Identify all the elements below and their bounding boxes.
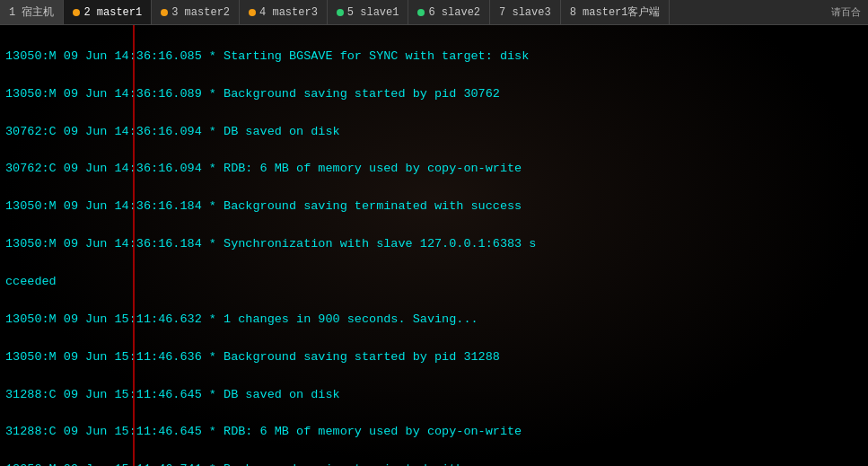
tab-host-label: 1 宿主机 [9, 4, 54, 20]
tab-slave1-dot [337, 9, 344, 16]
tab-master2-label: 3 master2 [171, 6, 230, 19]
tab-slave3[interactable]: 7 slave3 [490, 0, 561, 24]
log-line: 13050:M 09 Jun 14:36:16.089 * Background… [5, 85, 863, 104]
log-line: 30762:C 09 Jun 14:36:16.094 * DB saved o… [5, 123, 863, 142]
log-line: 13050:M 09 Jun 15:11:46.632 * 1 changes … [5, 311, 863, 330]
tab-host[interactable]: 1 宿主机 [0, 0, 64, 24]
tab-master2[interactable]: 3 master2 [152, 0, 240, 24]
log-line: 13050:M 09 Jun 15:11:46.741 * Background… [5, 461, 863, 466]
window: 1 宿主机 2 master1 3 master2 4 master3 5 sl… [0, 0, 868, 466]
tab-master1-label: 2 master1 [83, 6, 142, 19]
tab-master3[interactable]: 4 master3 [240, 0, 328, 24]
log-line: 31288:C 09 Jun 15:11:46.645 * DB saved o… [5, 386, 863, 405]
log-line: 13050:M 09 Jun 14:36:16.184 * Synchroniz… [5, 235, 863, 254]
tab-master3-label: 4 master3 [259, 6, 318, 19]
tab-slave3-label: 7 slave3 [499, 6, 551, 19]
terminal-content: 13050:M 09 Jun 14:36:16.085 * Starting B… [0, 25, 868, 466]
tab-slave1[interactable]: 5 slave1 [328, 0, 409, 24]
tab-actions-label: 请百合 [831, 5, 861, 19]
tab-slave2-dot [417, 9, 425, 16]
log-line: 13050:M 09 Jun 14:36:16.085 * Starting B… [5, 48, 863, 66]
tab-master2-dot [161, 9, 168, 16]
log-line: 13050:M 09 Jun 15:11:46.636 * Background… [5, 348, 863, 367]
tab-master1-client[interactable]: 8 master1客户端 [561, 0, 671, 24]
tab-slave1-label: 5 slave1 [347, 6, 399, 19]
log-line: 13050:M 09 Jun 14:36:16.184 * Background… [5, 198, 863, 216]
tab-bar: 1 宿主机 2 master1 3 master2 4 master3 5 sl… [0, 0, 868, 25]
log-line: cceeded [5, 273, 863, 292]
log-line: 31288:C 09 Jun 15:11:46.645 * RDB: 6 MB … [5, 423, 863, 442]
tab-master1-dot [73, 9, 80, 16]
tab-actions[interactable]: 请百合 [824, 0, 868, 24]
tab-slave2-label: 6 slave2 [428, 6, 480, 19]
tab-slave2[interactable]: 6 slave2 [408, 0, 490, 24]
log-line: 30762:C 09 Jun 14:36:16.094 * RDB: 6 MB … [5, 160, 863, 179]
terminal: 13050:M 09 Jun 14:36:16.085 * Starting B… [0, 25, 868, 466]
tab-master3-dot [249, 9, 256, 16]
tab-master1-client-label: 8 master1客户端 [570, 4, 661, 20]
tab-master1[interactable]: 2 master1 [64, 0, 152, 24]
